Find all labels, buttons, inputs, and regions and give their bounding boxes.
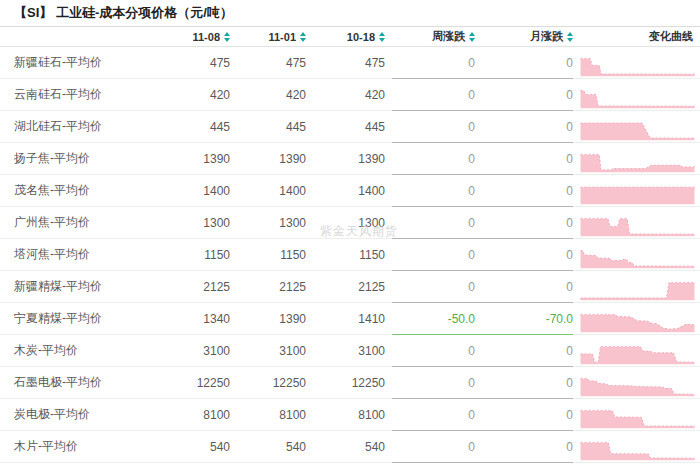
table-header: 11-08 11-01 10-18 周涨跌 月涨跌 变化曲线 (0, 27, 700, 47)
week-change-value: 0 (385, 216, 475, 230)
sparkline-cell (573, 271, 700, 302)
sparkline-chart (580, 409, 695, 429)
table-row: 塔河焦-平均价 1150 1150 1150 0 0 (0, 239, 700, 271)
sparkline-chart (580, 153, 695, 173)
header-date-11-01-label: 11-01 (268, 31, 296, 43)
table-row: 湖北硅石-平均价 445 445 445 0 0 (0, 111, 700, 143)
row-label: 新疆硅石-平均价 (0, 54, 165, 71)
value-10-18: 1150 (306, 248, 385, 262)
sparkline-chart (580, 249, 695, 269)
row-label: 木炭-平均价 (0, 342, 165, 359)
header-date-11-01[interactable]: 11-01 (230, 31, 306, 43)
change-cells: 0 0 (385, 47, 573, 78)
month-change-value: 0 (475, 248, 573, 262)
header-date-10-18[interactable]: 10-18 (306, 31, 385, 43)
sparkline-cell (573, 47, 700, 78)
table-body: 新疆硅石-平均价 475 475 475 0 0 云南硅石-平均价 420 42… (0, 47, 700, 463)
sparkline-chart (580, 313, 695, 333)
table-row: 广州焦-平均价 1300 1300 1300 0 0 (0, 207, 700, 239)
sparkline-chart (580, 441, 695, 461)
table-row: 炭电极-平均价 8100 8100 8100 0 0 (0, 399, 700, 431)
header-week-change[interactable]: 周涨跌 (385, 29, 475, 44)
table-row: 木炭-平均价 3100 3100 3100 0 0 (0, 335, 700, 367)
change-cells: 0 0 (385, 111, 573, 142)
table-row: 石墨电极-平均价 12250 12250 12250 0 0 (0, 367, 700, 399)
value-10-18: 420 (306, 88, 385, 102)
sparkline-cell (573, 111, 700, 142)
value-11-08: 540 (165, 440, 230, 454)
value-10-18: 475 (306, 56, 385, 70)
week-change-value: 0 (385, 120, 475, 134)
row-label: 木片-平均价 (0, 438, 165, 455)
value-11-01: 1390 (230, 312, 306, 326)
row-label: 新疆精煤-平均价 (0, 278, 165, 295)
header-date-11-08[interactable]: 11-08 (165, 31, 230, 43)
table-row: 新疆精煤-平均价 2125 2125 2125 0 0 (0, 271, 700, 303)
month-change-value: 0 (475, 56, 573, 70)
header-month-change[interactable]: 月涨跌 (475, 29, 573, 44)
month-change-value: -70.0 (475, 312, 573, 326)
sparkline-cell (573, 431, 700, 462)
value-10-18: 3100 (306, 344, 385, 358)
value-11-08: 475 (165, 56, 230, 70)
header-change-curve-label: 变化曲线 (649, 29, 693, 44)
month-change-value: 0 (475, 344, 573, 358)
value-11-08: 1340 (165, 312, 230, 326)
week-change-value: -50.0 (385, 312, 475, 326)
value-11-01: 445 (230, 120, 306, 134)
week-change-value: 0 (385, 344, 475, 358)
value-11-08: 1400 (165, 184, 230, 198)
value-11-08: 12250 (165, 376, 230, 390)
month-change-value: 0 (475, 152, 573, 166)
sparkline-chart (580, 121, 695, 141)
value-11-01: 3100 (230, 344, 306, 358)
value-11-01: 12250 (230, 376, 306, 390)
week-change-value: 0 (385, 376, 475, 390)
value-10-18: 1410 (306, 312, 385, 326)
sparkline-chart (580, 377, 695, 397)
sparkline-chart (580, 345, 695, 365)
sparkline-cell (573, 143, 700, 174)
change-cells: -50.0 -70.0 (385, 303, 573, 334)
table-row: 新疆硅石-平均价 475 475 475 0 0 (0, 47, 700, 79)
row-label: 塔河焦-平均价 (0, 246, 165, 263)
row-label: 湖北硅石-平均价 (0, 118, 165, 135)
month-change-value: 0 (475, 440, 573, 454)
change-cells: 0 0 (385, 271, 573, 302)
value-10-18: 1300 (306, 216, 385, 230)
week-change-value: 0 (385, 56, 475, 70)
cost-price-table-page: 【SI】 工业硅-成本分项价格（元/吨） 11-08 11-01 10-18 周… (0, 0, 700, 464)
row-label: 广州焦-平均价 (0, 214, 165, 231)
value-10-18: 1400 (306, 184, 385, 198)
header-week-change-label: 周涨跌 (432, 29, 465, 44)
change-cells: 0 0 (385, 143, 573, 174)
value-10-18: 1390 (306, 152, 385, 166)
change-cells: 0 0 (385, 207, 573, 238)
row-label: 扬子焦-平均价 (0, 150, 165, 167)
sparkline-chart (580, 185, 695, 205)
change-cells: 0 0 (385, 335, 573, 366)
value-11-08: 2125 (165, 280, 230, 294)
value-10-18: 8100 (306, 408, 385, 422)
value-11-01: 8100 (230, 408, 306, 422)
row-label: 茂名焦-平均价 (0, 182, 165, 199)
value-11-01: 1390 (230, 152, 306, 166)
value-11-08: 3100 (165, 344, 230, 358)
table-row: 茂名焦-平均价 1400 1400 1400 0 0 (0, 175, 700, 207)
sparkline-cell (573, 303, 700, 334)
value-11-08: 1300 (165, 216, 230, 230)
sparkline-cell (573, 335, 700, 366)
header-date-10-18-label: 10-18 (347, 31, 375, 43)
table-row: 扬子焦-平均价 1390 1390 1390 0 0 (0, 143, 700, 175)
week-change-value: 0 (385, 280, 475, 294)
value-11-08: 1390 (165, 152, 230, 166)
month-change-value: 0 (475, 184, 573, 198)
month-change-value: 0 (475, 120, 573, 134)
week-change-value: 0 (385, 152, 475, 166)
value-11-08: 420 (165, 88, 230, 102)
week-change-value: 0 (385, 440, 475, 454)
change-cells: 0 0 (385, 239, 573, 270)
week-change-value: 0 (385, 184, 475, 198)
row-label: 炭电极-平均价 (0, 406, 165, 423)
change-cells: 0 0 (385, 399, 573, 430)
